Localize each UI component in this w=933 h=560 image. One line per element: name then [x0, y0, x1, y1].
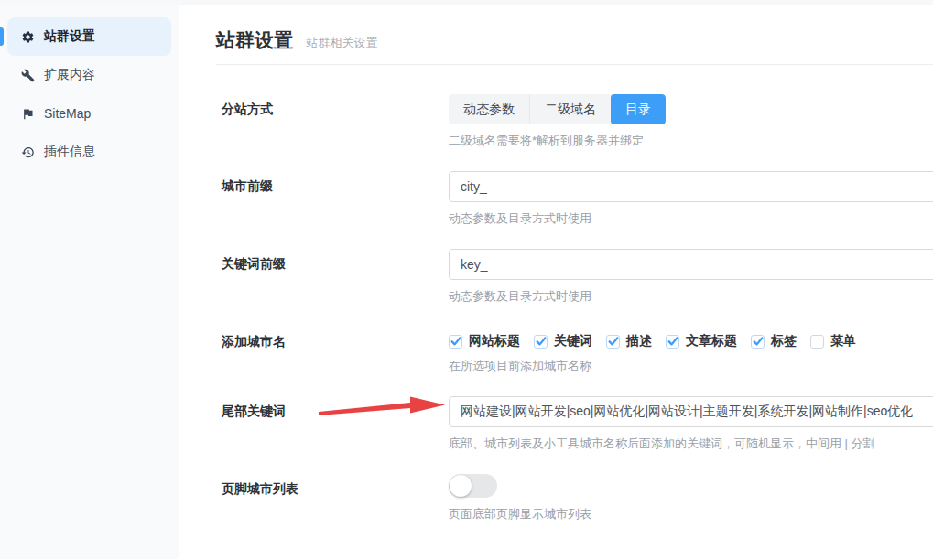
page-header: 站群设置 站群相关设置: [216, 5, 933, 65]
keyword-prefix-input[interactable]: [449, 249, 933, 280]
segment-dynamic-params[interactable]: 动态参数: [449, 94, 529, 124]
city-prefix-input[interactable]: [449, 171, 933, 202]
add-city-name-helper: 在所选项目前添加城市名称: [449, 358, 933, 374]
tail-keywords-label: 尾部关键词: [216, 396, 449, 452]
checkbox-label: 标签: [771, 333, 797, 350]
add-city-name-label: 添加城市名: [216, 327, 449, 374]
checkbox-label: 关键词: [554, 333, 592, 350]
sidebar-item-sitemap[interactable]: SiteMap: [7, 94, 171, 133]
add-city-name-checkbox-group: 网站标题 关键词 描述 文章标题: [449, 327, 933, 350]
row-keyword-prefix: 关键词前缀 动态参数及目录方式时使用: [216, 249, 933, 305]
site-mode-helper: 二级域名需要将*解析到服务器并绑定: [449, 133, 933, 149]
checkbox-box[interactable]: [449, 335, 462, 349]
city-prefix-helper: 动态参数及目录方式时使用: [449, 210, 933, 227]
checkbox-box[interactable]: [534, 335, 548, 349]
sidebar-item-label: 站群设置: [44, 28, 95, 45]
row-tail-keywords: 尾部关键词 底部、城市列表及小工具城市名称后面添加的关键词，可随机显示，中间用 …: [216, 396, 933, 452]
footer-city-toggle[interactable]: [449, 474, 497, 498]
toggle-knob: [450, 475, 472, 497]
checkbox-box[interactable]: [751, 335, 765, 349]
city-prefix-label: 城市前缀: [216, 171, 449, 227]
segment-directory[interactable]: 目录: [611, 94, 666, 124]
checkbox-label: 文章标题: [686, 333, 737, 350]
sidebar-item-site-group-settings[interactable]: 站群设置: [7, 17, 171, 56]
checkbox-box[interactable]: [606, 335, 620, 349]
site-mode-segmented-control: 动态参数 二级域名 目录: [449, 94, 666, 124]
tail-keywords-helper: 底部、城市列表及小工具城市名称后面添加的关键词，可随机显示，中间用 | 分割: [449, 436, 933, 452]
keyword-prefix-label: 关键词前缀: [216, 249, 449, 305]
flag-icon: [20, 106, 35, 121]
sidebar-item-label: 扩展内容: [44, 67, 95, 83]
checkbox-box[interactable]: [810, 335, 824, 349]
segment-subdomain[interactable]: 二级域名: [529, 94, 611, 124]
sidebar-item-label: SiteMap: [44, 106, 91, 121]
checkbox-article-title[interactable]: 文章标题: [666, 333, 737, 350]
checkbox-keywords[interactable]: 关键词: [534, 333, 592, 350]
footer-city-list-helper: 页面底部页脚显示城市列表: [449, 506, 933, 522]
row-site-mode: 分站方式 动态参数 二级域名 目录 二级域名需要将*解析到服务器并绑定: [216, 94, 933, 149]
sidebar-item-label: 插件信息: [44, 144, 95, 160]
checkbox-tags[interactable]: 标签: [751, 333, 797, 350]
checkbox-label: 描述: [626, 333, 652, 350]
page-subtitle: 站群相关设置: [306, 35, 377, 51]
keyword-prefix-helper: 动态参数及目录方式时使用: [449, 288, 933, 305]
row-add-city-name: 添加城市名 网站标题 关键词 描述: [216, 327, 933, 374]
checkbox-description[interactable]: 描述: [606, 333, 652, 350]
main-content: 站群设置 站群相关设置 分站方式 动态参数 二级域名 目录 二级域名需要将*解析…: [179, 5, 933, 559]
sidebar: 站群设置 扩展内容 SiteMap 插件信息: [0, 5, 179, 559]
tail-keywords-input[interactable]: [449, 396, 933, 427]
gear-icon: [20, 29, 35, 44]
page-title: 站群设置: [216, 27, 293, 53]
checkbox-box[interactable]: [666, 335, 679, 349]
checkbox-label: 网站标题: [469, 333, 520, 350]
active-indicator-bar: [0, 27, 4, 46]
site-mode-label: 分站方式: [216, 94, 449, 149]
footer-city-list-label: 页脚城市列表: [216, 474, 449, 522]
row-city-prefix: 城市前缀 动态参数及目录方式时使用: [216, 171, 933, 227]
wrench-icon: [20, 68, 35, 82]
history-icon: [20, 145, 35, 159]
settings-form: 分站方式 动态参数 二级域名 目录 二级域名需要将*解析到服务器并绑定 城市前缀…: [216, 65, 933, 522]
sidebar-item-extended-content[interactable]: 扩展内容: [7, 56, 171, 94]
checkbox-menu[interactable]: 菜单: [810, 333, 856, 350]
checkbox-site-title[interactable]: 网站标题: [449, 333, 520, 350]
checkbox-label: 菜单: [830, 333, 856, 350]
sidebar-item-plugin-info[interactable]: 插件信息: [7, 133, 171, 171]
row-footer-city-list: 页脚城市列表 页面底部页脚显示城市列表: [216, 474, 933, 522]
